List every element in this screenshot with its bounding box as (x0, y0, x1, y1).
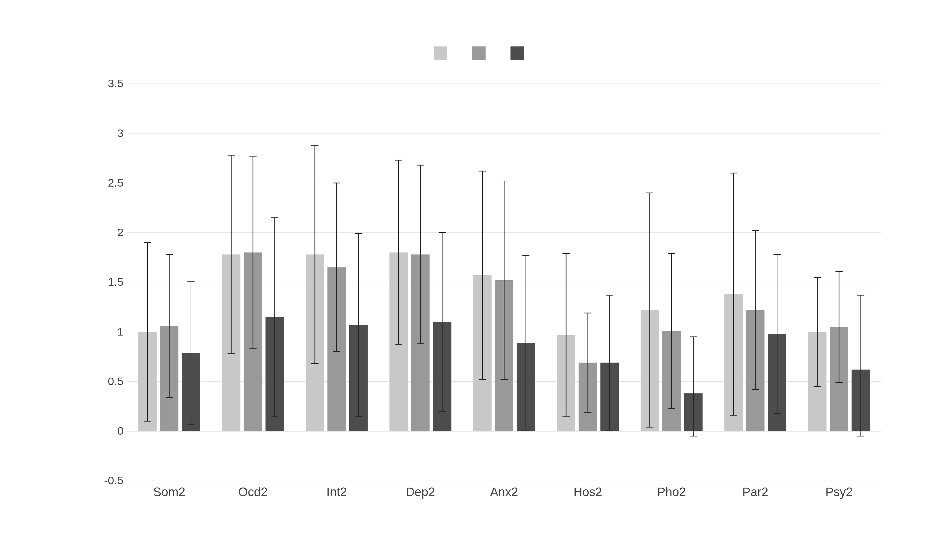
svg-text:Psy2: Psy2 (825, 485, 853, 499)
svg-rect-1 (472, 46, 486, 60)
svg-text:1: 1 (117, 325, 123, 338)
svg-rect-2 (511, 46, 524, 60)
legend-swatch-group3 (511, 46, 524, 60)
svg-text:Ocd2: Ocd2 (238, 485, 268, 499)
chart-legend (71, 46, 891, 60)
svg-text:2.5: 2.5 (108, 177, 123, 189)
svg-rect-0 (433, 46, 447, 60)
chart-container: -0.500.511.522.533.5Som2Ocd2Int2Dep2Anx2… (29, 20, 912, 540)
svg-text:1.5: 1.5 (108, 275, 123, 288)
svg-text:3: 3 (117, 127, 123, 139)
svg-text:-0.5: -0.5 (104, 474, 123, 486)
legend-item-group1 (433, 46, 451, 60)
legend-item-group2 (472, 46, 490, 60)
y-axis-label (71, 75, 91, 512)
chart-body: -0.500.511.522.533.5Som2Ocd2Int2Dep2Anx2… (71, 75, 891, 512)
legend-item-group3 (511, 46, 528, 60)
svg-text:0: 0 (117, 425, 123, 437)
svg-text:Pho2: Pho2 (657, 485, 686, 499)
legend-swatch-group1 (433, 46, 447, 60)
svg-text:Anx2: Anx2 (490, 485, 518, 499)
svg-text:Hos2: Hos2 (574, 485, 602, 499)
svg-text:Som2: Som2 (153, 485, 185, 499)
svg-text:Int2: Int2 (326, 485, 347, 499)
svg-text:Par2: Par2 (742, 485, 768, 499)
svg-text:3.5: 3.5 (108, 77, 123, 89)
svg-text:Dep2: Dep2 (406, 485, 435, 499)
svg-text:2: 2 (117, 226, 123, 238)
chart-inner: -0.500.511.522.533.5Som2Ocd2Int2Dep2Anx2… (97, 75, 891, 512)
chart-svg: -0.500.511.522.533.5Som2Ocd2Int2Dep2Anx2… (97, 75, 891, 512)
svg-text:0.5: 0.5 (108, 375, 123, 388)
legend-swatch-group2 (472, 46, 486, 60)
